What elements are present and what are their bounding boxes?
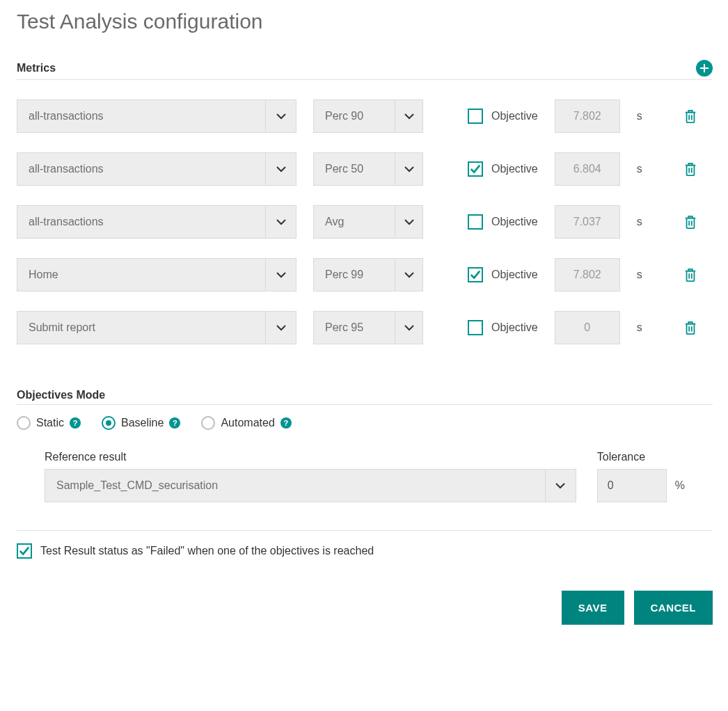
transaction-value: all-transactions xyxy=(17,206,265,238)
transaction-select[interactable]: Home xyxy=(17,258,296,291)
objective-checkbox[interactable] xyxy=(468,267,483,282)
stat-value: Avg xyxy=(314,206,395,238)
stat-select[interactable]: Perc 95 xyxy=(313,311,423,344)
failed-status-checkbox[interactable] xyxy=(17,543,32,559)
transaction-value: all-transactions xyxy=(17,153,265,185)
add-metric-button[interactable] xyxy=(696,60,713,77)
unit-seconds: s xyxy=(637,216,647,228)
footer-buttons: SAVE CANCEL xyxy=(17,591,713,625)
tolerance-unit: % xyxy=(675,479,685,492)
unit-seconds: s xyxy=(637,269,647,281)
help-icon[interactable]: ? xyxy=(70,417,81,429)
radio-baseline[interactable] xyxy=(102,416,116,430)
metric-row: all-transactions Perc 90 Objective s xyxy=(17,90,710,143)
transaction-select[interactable]: all-transactions xyxy=(17,152,296,186)
transaction-select[interactable]: Submit report xyxy=(17,311,296,344)
metrics-scroll[interactable]: all-transactions Perc 90 Objective s xyxy=(17,90,713,361)
chevron-down-icon xyxy=(265,153,296,185)
transaction-value: all-transactions xyxy=(17,100,265,132)
chevron-down-icon xyxy=(265,100,296,132)
objective-value-input[interactable] xyxy=(555,311,620,344)
reference-result-select[interactable]: Sample_Test_CMD_securisation xyxy=(45,469,576,502)
reference-block: Reference result Sample_Test_CMD_securis… xyxy=(17,437,713,509)
objectives-mode-header: Objectives Mode xyxy=(17,389,713,405)
chevron-down-icon xyxy=(395,100,422,132)
objective-label: Objective xyxy=(491,321,538,334)
chevron-down-icon xyxy=(395,259,422,291)
objective-checkbox[interactable] xyxy=(468,161,483,177)
radio-baseline-label: Baseline xyxy=(121,417,164,429)
tolerance-label: Tolerance xyxy=(597,451,685,463)
objective-value-input[interactable] xyxy=(555,258,620,291)
radio-static[interactable] xyxy=(17,416,31,430)
trash-icon[interactable] xyxy=(683,214,698,230)
objective-label: Objective xyxy=(491,269,538,281)
chevron-down-icon xyxy=(265,312,296,344)
stat-select[interactable]: Avg xyxy=(313,205,423,239)
chevron-down-icon xyxy=(395,312,422,344)
stat-select[interactable]: Perc 90 xyxy=(313,99,423,133)
chevron-down-icon xyxy=(545,470,576,502)
stat-value: Perc 99 xyxy=(314,259,395,291)
stat-value: Perc 90 xyxy=(314,100,395,132)
trash-icon[interactable] xyxy=(683,161,698,177)
stat-select[interactable]: Perc 50 xyxy=(313,152,423,186)
save-button[interactable]: SAVE xyxy=(562,591,624,625)
radio-static-label: Static xyxy=(36,417,64,429)
objective-value-input[interactable] xyxy=(555,205,620,239)
objective-checkbox[interactable] xyxy=(468,109,483,124)
page-title: Test Analysis configuration xyxy=(17,10,713,33)
trash-icon[interactable] xyxy=(683,266,698,283)
chevron-down-icon xyxy=(395,153,422,185)
unit-seconds: s xyxy=(637,163,647,175)
failed-row: Test Result status as "Failed" when one … xyxy=(17,531,713,563)
metrics-header: Metrics xyxy=(17,60,713,80)
chevron-down-icon xyxy=(265,206,296,238)
radio-automated-label: Automated xyxy=(221,417,274,429)
transaction-select[interactable]: all-transactions xyxy=(17,99,296,133)
objective-label: Objective xyxy=(491,216,538,228)
reference-result-value: Sample_Test_CMD_securisation xyxy=(45,470,545,502)
objective-checkbox[interactable] xyxy=(468,214,483,230)
radio-automated[interactable] xyxy=(201,416,215,430)
objective-label: Objective xyxy=(491,110,538,122)
objective-label: Objective xyxy=(491,163,538,175)
objectives-mode-label: Objectives Mode xyxy=(17,389,105,401)
trash-icon[interactable] xyxy=(683,319,698,336)
metric-row: Submit report Perc 95 Objective s xyxy=(17,301,710,354)
transaction-value: Submit report xyxy=(17,312,265,344)
metric-row: all-transactions Avg Objective s xyxy=(17,195,710,248)
metrics-label: Metrics xyxy=(17,62,56,74)
help-icon[interactable]: ? xyxy=(280,417,292,429)
transaction-select[interactable]: all-transactions xyxy=(17,205,296,239)
stat-select[interactable]: Perc 99 xyxy=(313,258,423,291)
failed-status-label: Test Result status as "Failed" when one … xyxy=(40,545,374,557)
objective-checkbox[interactable] xyxy=(468,320,483,335)
help-icon[interactable]: ? xyxy=(169,417,180,429)
chevron-down-icon xyxy=(395,206,422,238)
stat-value: Perc 95 xyxy=(314,312,395,344)
unit-seconds: s xyxy=(637,110,647,122)
transaction-value: Home xyxy=(17,259,265,291)
objective-value-input[interactable] xyxy=(555,99,620,133)
tolerance-input[interactable] xyxy=(597,469,667,502)
trash-icon[interactable] xyxy=(683,108,698,125)
chevron-down-icon xyxy=(265,259,296,291)
metric-row: Home Perc 99 Objective s xyxy=(17,248,710,301)
reference-result-label: Reference result xyxy=(45,451,576,463)
objective-value-input[interactable] xyxy=(555,152,620,186)
metric-row: all-transactions Perc 50 Objective s xyxy=(17,143,710,195)
cancel-button[interactable]: CANCEL xyxy=(634,591,713,625)
objectives-mode-radios: Static ? Baseline ? Automated ? xyxy=(17,405,713,437)
unit-seconds: s xyxy=(637,321,647,334)
stat-value: Perc 50 xyxy=(314,153,395,185)
